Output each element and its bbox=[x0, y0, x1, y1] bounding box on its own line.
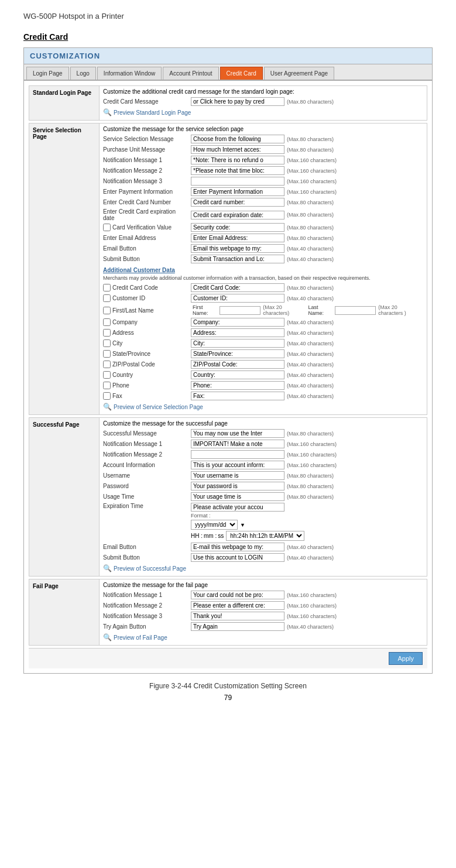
password-input[interactable] bbox=[191, 482, 284, 490]
company-input[interactable] bbox=[191, 318, 284, 327]
notification-msg2-row: Notification Message 2 (Max.160 characte… bbox=[103, 166, 423, 175]
first-last-name-checkbox[interactable] bbox=[103, 307, 111, 314]
address-checkbox[interactable] bbox=[103, 329, 111, 337]
card-verification-checkbox[interactable] bbox=[103, 224, 111, 231]
tab-credit-card[interactable]: Credit Card bbox=[220, 67, 263, 80]
password-label: Password bbox=[103, 483, 191, 489]
usage-time-input[interactable] bbox=[191, 492, 284, 501]
city-input[interactable] bbox=[191, 339, 284, 348]
city-row: City (Max.40 characters) bbox=[103, 339, 423, 348]
fax-checkbox[interactable] bbox=[103, 392, 111, 400]
service-selection-label: Service Selection Page bbox=[29, 123, 100, 414]
address-input[interactable] bbox=[191, 328, 284, 337]
submit-button-successful-input[interactable] bbox=[191, 553, 284, 562]
notification-msg1-label: Notification Message 1 bbox=[103, 157, 191, 163]
credit-card-code-label: Credit Card Code bbox=[103, 284, 191, 291]
notification-msg2-label: Notification Message 2 bbox=[103, 167, 191, 174]
card-verification-label: Card Verification Value bbox=[103, 224, 191, 231]
service-selection-section: Service Selection Page Customize the mes… bbox=[29, 123, 427, 415]
enter-email-input[interactable] bbox=[191, 234, 284, 242]
tab-login-page[interactable]: Login Page bbox=[26, 67, 69, 80]
expiry-message-input[interactable] bbox=[191, 503, 284, 512]
successful-message-input[interactable] bbox=[191, 429, 284, 438]
credit-card-code-input[interactable] bbox=[191, 283, 284, 292]
country-input[interactable] bbox=[191, 370, 284, 379]
service-selection-message-input[interactable] bbox=[191, 135, 284, 143]
fax-hint: (Max.40 characters) bbox=[287, 393, 334, 399]
submit-button-successful-label: Submit Button bbox=[103, 554, 191, 561]
last-name-input[interactable] bbox=[335, 306, 376, 315]
phone-input[interactable] bbox=[191, 381, 284, 390]
email-button-successful-input[interactable] bbox=[191, 543, 284, 551]
figure-caption: Figure 3-2-44 Credit Customization Setti… bbox=[23, 682, 433, 690]
notification-msg1-input[interactable] bbox=[191, 156, 284, 164]
country-checkbox[interactable] bbox=[103, 371, 111, 379]
state-province-label: State/Province bbox=[103, 350, 191, 358]
expiry-ampm-select[interactable]: hh:24h hh:12h tt:AM/PM 24h 12h AM/PM bbox=[226, 531, 304, 541]
page-wrapper: WG-500P Hotspot in a Printer Credit Card… bbox=[0, 0, 456, 713]
enter-cc-expiry-row: Enter Credit Card expiration date (Max.8… bbox=[103, 208, 423, 221]
state-province-checkbox[interactable] bbox=[103, 350, 111, 358]
notification-msg3-label: Notification Message 3 bbox=[103, 178, 191, 184]
expiration-time-label: Expiration Time bbox=[103, 503, 191, 509]
fail-notification1-input[interactable] bbox=[191, 591, 284, 599]
fail-notification2-row: Notification Message 2 (Max.160 characte… bbox=[103, 601, 423, 610]
expiry-format-label: Format : bbox=[191, 513, 304, 519]
customer-id-row: Customer ID (Max.40 characters) bbox=[103, 294, 423, 303]
credit-card-code-checkbox[interactable] bbox=[103, 284, 111, 291]
notification-msg2-input[interactable] bbox=[191, 166, 284, 175]
email-button-input[interactable] bbox=[191, 244, 284, 253]
city-hint: (Max.40 characters) bbox=[287, 341, 334, 346]
customer-id-checkbox[interactable] bbox=[103, 294, 111, 302]
preview-service-selection-link[interactable]: 🔍 Preview of Service Selection Page bbox=[103, 403, 423, 411]
fail-notification3-input[interactable] bbox=[191, 612, 284, 620]
expiry-date-select[interactable]: yyyy/mm/dd mm/dd/yyyy dd/mm/yyyy bbox=[191, 520, 238, 530]
tab-logo[interactable]: Logo bbox=[70, 67, 96, 80]
zip-postal-checkbox[interactable] bbox=[103, 361, 111, 368]
preview-standard-login-link[interactable]: 🔍 Preview Standard Login Page bbox=[103, 108, 423, 116]
enter-cc-number-input[interactable] bbox=[191, 198, 284, 207]
enter-payment-input[interactable] bbox=[191, 187, 284, 196]
page-title: WG-500P Hotspot in a Printer bbox=[23, 12, 433, 20]
successful-section: Successful Page Customize the message fo… bbox=[29, 417, 427, 577]
state-province-text: State/Province bbox=[112, 351, 150, 357]
apply-button[interactable]: Apply bbox=[389, 652, 423, 665]
enter-cc-expiry-input[interactable] bbox=[191, 211, 284, 219]
fail-desc: Customize the message for the fail page bbox=[103, 582, 423, 588]
try-again-button-input[interactable] bbox=[191, 622, 284, 631]
purchase-unit-message-input[interactable] bbox=[191, 145, 284, 154]
expiry-arrow: ▼ bbox=[240, 522, 245, 528]
tab-information-window[interactable]: Information Window bbox=[97, 67, 162, 80]
account-information-label: Account Information bbox=[103, 462, 191, 468]
customization-box: CUSTOMIZATION Login Page Logo Informatio… bbox=[23, 47, 433, 674]
tab-account-printout[interactable]: Account Printout bbox=[163, 67, 218, 80]
customer-id-input[interactable] bbox=[191, 294, 284, 303]
phone-checkbox[interactable] bbox=[103, 382, 111, 389]
expiry-mm-label: mm : bbox=[204, 533, 217, 539]
credit-card-message-input[interactable] bbox=[191, 97, 284, 106]
first-name-hint: (Max 20 characters) bbox=[263, 304, 306, 316]
account-information-input[interactable] bbox=[191, 461, 284, 469]
card-verification-input[interactable] bbox=[191, 223, 284, 232]
username-input[interactable] bbox=[191, 471, 284, 480]
state-province-input[interactable] bbox=[191, 349, 284, 358]
notification-msg3-input[interactable] bbox=[191, 177, 284, 186]
country-label: Country bbox=[103, 371, 191, 379]
submit-button-input[interactable] bbox=[191, 255, 284, 263]
city-checkbox[interactable] bbox=[103, 339, 111, 347]
fax-input[interactable] bbox=[191, 392, 284, 400]
successful-notification1-label: Notification Message 1 bbox=[103, 441, 191, 447]
email-button-row: Email Button (Max.40 characters) bbox=[103, 244, 423, 253]
zip-postal-input[interactable] bbox=[191, 360, 284, 369]
fail-notification2-input[interactable] bbox=[191, 601, 284, 610]
successful-notification1-input[interactable] bbox=[191, 440, 284, 448]
first-name-input[interactable] bbox=[220, 306, 260, 315]
preview-successful-link[interactable]: 🔍 Preview of Successful Page bbox=[103, 564, 423, 572]
try-again-button-row: Try Again Button (Max.40 characters) bbox=[103, 622, 423, 631]
tab-user-agreement[interactable]: User Agreement Page bbox=[264, 67, 334, 80]
preview-fail-link[interactable]: 🔍 Preview of Fail Page bbox=[103, 633, 423, 641]
company-checkbox[interactable] bbox=[103, 318, 111, 326]
successful-notification2-input[interactable] bbox=[191, 450, 284, 459]
expiry-ss-label: ss bbox=[218, 533, 224, 539]
country-text: Country bbox=[112, 372, 133, 378]
